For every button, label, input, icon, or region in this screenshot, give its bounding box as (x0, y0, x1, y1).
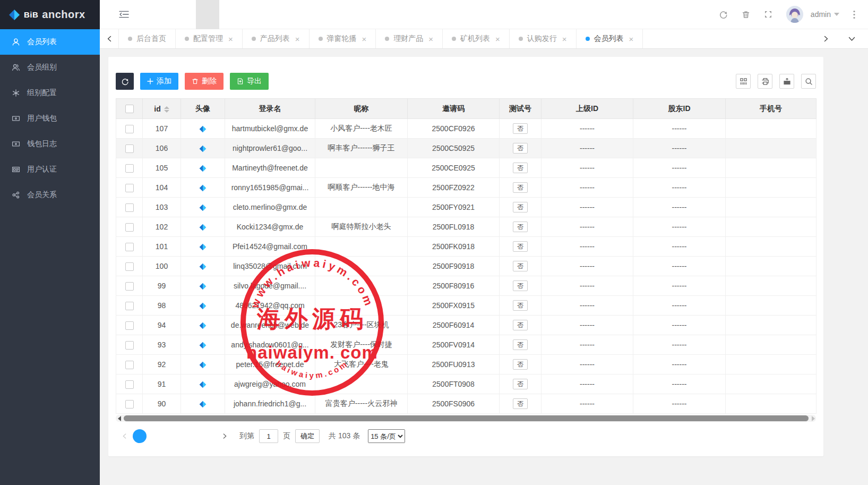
tab-dot-icon (319, 37, 323, 41)
tab-close-icon[interactable]: × (228, 35, 233, 44)
scrollbar-thumb[interactable] (124, 415, 809, 421)
tab[interactable]: 认购发行 × (510, 29, 577, 48)
fullscreen-button[interactable] (764, 10, 772, 19)
table-row: 94 de.wanreerich@web.de 23客户----区块机 2500… (116, 316, 817, 335)
tab[interactable]: 会员列表 × (577, 29, 643, 48)
search-button[interactable] (801, 74, 816, 89)
scroll-left-arrow-icon[interactable] (118, 416, 121, 421)
user-menu[interactable]: admin (811, 10, 839, 19)
column-header[interactable]: 测试号 (500, 99, 542, 119)
cell-login: silvo.lagode@gmail.... (225, 276, 315, 296)
column-header[interactable]: 昵称 (315, 99, 408, 119)
row-checkbox[interactable] (125, 361, 134, 369)
page-size-select[interactable]: 15 条/页 (368, 429, 405, 443)
menu-toggle-icon[interactable] (119, 10, 129, 19)
tab[interactable]: 配置管理 × (176, 29, 243, 48)
row-checkbox[interactable] (125, 184, 134, 192)
print-button[interactable] (758, 74, 772, 89)
test-flag-badge: 否 (513, 222, 528, 232)
column-header[interactable]: id (143, 99, 181, 119)
open-tabs: 后台首页 配置管理 × 产品列表 × 弹窗轮播 × 理财产品 (119, 29, 643, 48)
column-header[interactable]: 股东ID (633, 99, 726, 119)
sidebar-item[interactable]: 组别配置 (0, 80, 100, 106)
row-checkbox[interactable] (125, 243, 134, 251)
sidebar-item[interactable]: 会员关系 (0, 182, 100, 208)
row-checkbox[interactable] (125, 302, 134, 310)
topnav-item[interactable] (196, 0, 219, 29)
cell-test-flag: 否 (500, 158, 542, 178)
tab-close-icon[interactable]: × (562, 35, 567, 44)
tab-label: 配置管理 (193, 34, 223, 44)
export-file-button[interactable] (779, 74, 794, 89)
sidebar-item[interactable]: 用户钱包 (0, 106, 100, 131)
delete-button[interactable]: 删除 (185, 73, 224, 90)
tab[interactable]: 产品列表 × (243, 29, 310, 48)
scroll-right-arrow-icon[interactable] (812, 416, 815, 421)
row-checkbox[interactable] (125, 223, 134, 232)
page-number[interactable] (150, 429, 164, 443)
prev-page-button[interactable] (122, 433, 127, 439)
sidebar-item[interactable]: 会员列表 (0, 29, 100, 55)
topnav-item[interactable] (243, 0, 266, 29)
page-number[interactable] (185, 429, 199, 443)
sidebar-item[interactable]: 钱包日志 (0, 131, 100, 157)
tab-close-icon[interactable]: × (629, 35, 634, 44)
row-checkbox[interactable] (125, 321, 134, 330)
cell-id: 99 (143, 276, 181, 296)
tab[interactable]: 后台首页 (119, 29, 176, 48)
page-number[interactable] (203, 429, 217, 443)
row-checkbox[interactable] (125, 400, 134, 409)
column-header[interactable]: 头像 (181, 99, 225, 119)
add-button[interactable]: 添加 (140, 73, 178, 90)
column-header[interactable]: 邀请码 (408, 99, 500, 119)
cell-invite-code: 2500FY0921 (408, 198, 500, 217)
export-button[interactable]: 导出 (230, 73, 269, 90)
select-all-checkbox[interactable] (125, 105, 134, 113)
tabs-scroll-right-button[interactable] (817, 29, 835, 48)
tabs-scroll-left-button[interactable] (100, 29, 119, 48)
clear-cache-trash-button[interactable] (742, 10, 750, 19)
column-filter-button[interactable] (736, 74, 751, 89)
refresh-page-button[interactable] (719, 10, 728, 19)
cell-id: 105 (143, 158, 181, 178)
tab-close-icon[interactable]: × (362, 35, 367, 44)
topnav-item[interactable] (266, 0, 289, 29)
sidebar-item[interactable]: 会员组别 (0, 55, 100, 80)
goto-page-input[interactable] (259, 429, 278, 443)
tab-close-icon[interactable]: × (295, 35, 300, 44)
column-header[interactable]: 登录名 (225, 99, 315, 119)
row-checkbox[interactable] (125, 144, 134, 153)
row-checkbox[interactable] (125, 341, 134, 350)
tab[interactable]: 矿机列表 × (443, 29, 510, 48)
column-header[interactable]: 手机号 (726, 99, 817, 119)
tab-close-icon[interactable]: × (495, 35, 500, 44)
avatar[interactable] (786, 6, 803, 23)
page-number[interactable] (133, 429, 147, 443)
topnav-item[interactable] (173, 0, 196, 29)
tabs-dropdown-button[interactable] (843, 29, 861, 48)
horizontal-scrollbar[interactable] (116, 415, 816, 422)
refresh-table-button[interactable] (116, 73, 134, 90)
confirm-button[interactable]: 确定 (295, 429, 320, 443)
tab-close-icon[interactable]: × (428, 35, 433, 44)
row-checkbox[interactable] (125, 164, 134, 173)
brand-logo[interactable]: BiB anchorx (0, 0, 100, 29)
row-checkbox[interactable] (125, 282, 134, 291)
tab[interactable]: 理财产品 × (376, 29, 443, 48)
sidebar-item-icon (12, 191, 20, 199)
sort-icon[interactable] (164, 106, 169, 113)
column-header[interactable]: 上级ID (542, 99, 633, 119)
row-checkbox[interactable] (125, 380, 134, 389)
sidebar-item-label: 会员关系 (27, 190, 57, 200)
topnav-item[interactable] (219, 0, 243, 29)
row-checkbox[interactable] (125, 203, 134, 212)
tab[interactable]: 弹窗轮播 × (310, 29, 376, 48)
row-checkbox[interactable] (125, 125, 134, 133)
sidebar-item[interactable]: 用户认证 (0, 157, 100, 182)
more-options-dots-icon[interactable] (853, 10, 855, 19)
page-number[interactable] (168, 429, 182, 443)
next-page-button[interactable] (222, 433, 227, 439)
cell-login: de.wanreerich@web.de (225, 316, 315, 335)
row-checkbox[interactable] (125, 262, 134, 271)
topnav-item[interactable] (149, 0, 173, 29)
